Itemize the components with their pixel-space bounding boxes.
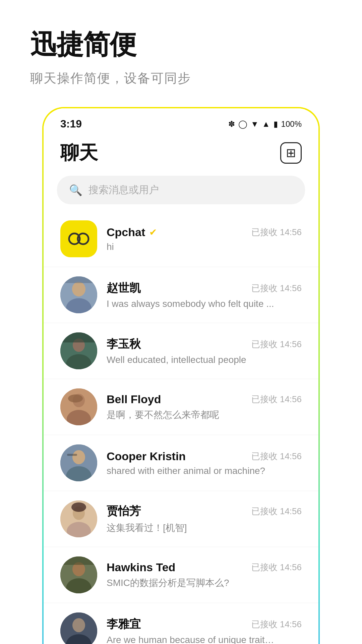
chat-top-row-jia: 贾怡芳 已接收 14:56 (107, 503, 302, 519)
chat-content-li: 李玉秋 已接收 14:56 Well educated, intellectua… (107, 336, 302, 365)
chat-preview-hawkins: SMIC的数据分析是写脚本么? (107, 577, 274, 589)
chat-item-cpchat[interactable]: Cpchat ✔ 已接收 14:56 hi (44, 211, 318, 267)
chat-item-li[interactable]: 李玉秋 已接收 14:56 Well educated, intellectua… (44, 323, 318, 379)
avatar-jia (60, 500, 97, 537)
svg-rect-25 (60, 556, 97, 565)
svg-point-15 (72, 450, 85, 464)
chat-name-row-cpchat: Cpchat ✔ (107, 226, 157, 239)
chat-top-row-zhao: 赵世凯 已接收 14:56 (107, 280, 302, 296)
add-button[interactable]: ⊞ (280, 142, 302, 164)
chat-content-jia: 贾怡芳 已接收 14:56 这集我看过！[机智] (107, 503, 302, 534)
chat-content-bell: Bell Floyd 已接收 14:56 是啊，要不然怎么来帝都呢 (107, 393, 302, 421)
chat-preview-li: Well educated, intellectual people (107, 355, 274, 365)
chat-preview-zhao: I was always somebody who felt quite ... (107, 299, 274, 309)
chat-name-cpchat: Cpchat (107, 226, 145, 239)
chat-name-hawkins: Hawkins Ted (107, 561, 175, 574)
chat-preview-bell: 是啊，要不然怎么来帝都呢 (107, 409, 274, 421)
battery-icon: ▮ (274, 119, 278, 129)
chat-preview-jia: 这集我看过！[机智] (107, 522, 274, 534)
status-time: 3:19 (60, 118, 82, 130)
chat-time-liya: 已接收 14:56 (251, 619, 302, 630)
wifi-icon: ▼ (251, 119, 259, 129)
status-bar: 3:19 ✽ ◯ ▼ ▲ ▮ 100% (44, 108, 318, 133)
chat-top-row-bell: Bell Floyd 已接收 14:56 (107, 393, 302, 406)
chat-item-zhao[interactable]: 赵世凯 已接收 14:56 I was always somebody who … (44, 267, 318, 323)
avatar-liya (60, 612, 97, 644)
avatar-cooper (60, 444, 97, 481)
chat-time-hawkins: 已接收 14:56 (251, 561, 302, 573)
svg-rect-9 (60, 332, 97, 342)
svg-rect-5 (60, 276, 97, 283)
chat-preview-cpchat: hi (107, 241, 274, 252)
svg-point-13 (68, 394, 83, 402)
chat-name-cooper: Cooper Kristin (107, 450, 186, 463)
chat-name-li: 李玉秋 (107, 336, 141, 352)
chat-content-cooper: Cooper Kristin 已接收 14:56 shared with eit… (107, 450, 302, 476)
signal-icon: ▲ (262, 119, 270, 129)
chat-preview-cooper: shared with either animal or machine? (107, 466, 274, 476)
avatar-cpchat (60, 220, 97, 257)
search-bar[interactable]: 🔍 搜索消息或用户 (57, 176, 305, 204)
avatar-hawkins (60, 556, 97, 593)
chat-item-liya[interactable]: 李雅宜 已接收 14:56 Are we human because of un… (44, 603, 318, 644)
chat-top-row-cpchat: Cpchat ✔ 已接收 14:56 (107, 226, 302, 239)
search-icon: 🔍 (69, 184, 82, 197)
chat-time-jia: 已接收 14:56 (251, 505, 302, 517)
chat-name-jia: 贾怡芳 (107, 503, 141, 519)
hero-subtitle: 聊天操作简便，设备可同步 (0, 70, 191, 87)
chat-item-hawkins[interactable]: Hawkins Ted 已接收 14:56 SMIC的数据分析是写脚本么? (44, 547, 318, 603)
hero-title: 迅捷简便 (0, 27, 136, 63)
chat-time-bell: 已接收 14:56 (251, 393, 302, 405)
chat-content-zhao: 赵世凯 已接收 14:56 I was always somebody who … (107, 280, 302, 309)
chat-top-row-hawkins: Hawkins Ted 已接收 14:56 (107, 561, 302, 574)
svg-rect-17 (67, 454, 77, 456)
chat-time-cpchat: 已接收 14:56 (251, 226, 302, 238)
chat-list: Cpchat ✔ 已接收 14:56 hi (44, 211, 318, 644)
avatar-zhao (60, 276, 97, 313)
chat-top-row-liya: 李雅宜 已接收 14:56 (107, 616, 302, 632)
chat-content-liya: 李雅宜 已接收 14:56 Are we human because of un… (107, 616, 302, 644)
chat-preview-liya: Are we human because of unique traits an… (107, 635, 274, 644)
chat-time-cooper: 已接收 14:56 (251, 450, 302, 462)
plus-icon: ⊞ (286, 146, 296, 160)
avatar-li (60, 332, 97, 369)
chat-time-zhao: 已接收 14:56 (251, 282, 302, 294)
app-header: 聊天 ⊞ (44, 133, 318, 172)
svg-point-3 (72, 282, 85, 297)
app-title: 聊天 (60, 140, 98, 166)
phone-frame-outer: 3:19 ✽ ◯ ▼ ▲ ▮ 100% 聊天 ⊞ 🔍 (42, 107, 320, 644)
chat-content-hawkins: Hawkins Ted 已接收 14:56 SMIC的数据分析是写脚本么? (107, 561, 302, 589)
chat-name-zhao: 赵世凯 (107, 280, 141, 296)
chat-item-bell[interactable]: Bell Floyd 已接收 14:56 是啊，要不然怎么来帝都呢 (44, 379, 318, 435)
chat-content-cpchat: Cpchat ✔ 已接收 14:56 hi (107, 226, 302, 252)
avatar-bell (60, 388, 97, 425)
page-wrapper: 迅捷简便 聊天操作简便，设备可同步 3:19 ✽ ◯ ▼ ▲ ▮ 100% 聊天 (0, 0, 362, 644)
svg-point-27 (72, 618, 85, 632)
chat-top-row-cooper: Cooper Kristin 已接收 14:56 (107, 450, 302, 463)
battery-percent: 100% (281, 119, 302, 129)
verified-badge-cpchat: ✔ (149, 227, 157, 238)
chat-name-bell: Bell Floyd (107, 393, 161, 406)
chat-name-liya: 李雅宜 (107, 616, 141, 632)
chat-item-jia[interactable]: 贾怡芳 已接收 14:56 这集我看过！[机智] (44, 491, 318, 547)
svg-point-21 (71, 502, 86, 512)
chat-time-li: 已接收 14:56 (251, 338, 302, 350)
chat-item-cooper[interactable]: Cooper Kristin 已接收 14:56 shared with eit… (44, 435, 318, 491)
search-placeholder-text: 搜索消息或用户 (88, 183, 159, 197)
vibrate-icon: ◯ (238, 119, 247, 129)
status-icons: ✽ ◯ ▼ ▲ ▮ 100% (228, 119, 302, 129)
phone-frame-inner: 3:19 ✽ ◯ ▼ ▲ ▮ 100% 聊天 ⊞ 🔍 (44, 108, 318, 644)
chat-top-row-li: 李玉秋 已接收 14:56 (107, 336, 302, 352)
bluetooth-icon: ✽ (228, 119, 235, 129)
